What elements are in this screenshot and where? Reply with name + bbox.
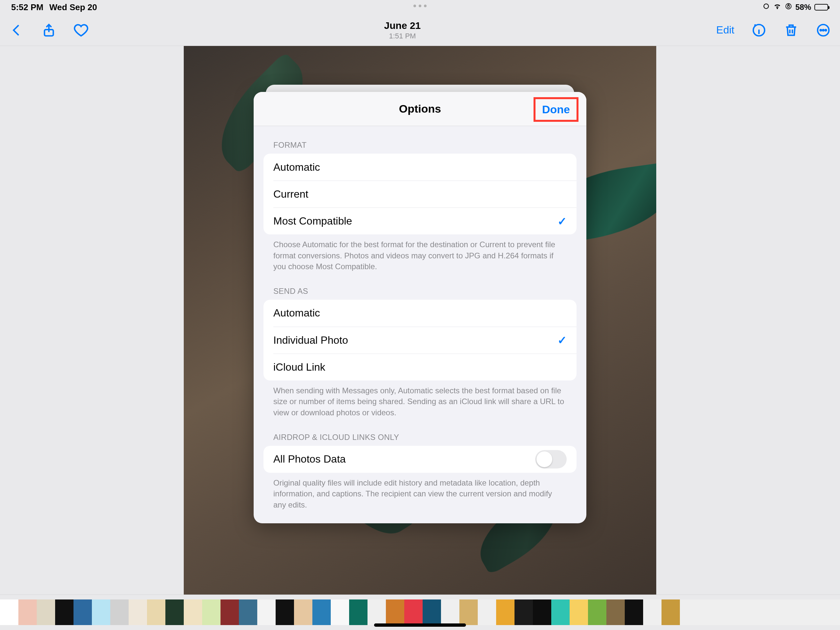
- airdrop-footnote: Original quality files will include edit…: [273, 477, 567, 511]
- format-row-current[interactable]: Current: [273, 180, 576, 207]
- thumbnail[interactable]: [257, 600, 276, 625]
- row-label: Individual Photo: [273, 334, 348, 347]
- do-not-disturb-icon: [763, 3, 770, 12]
- thumbnail[interactable]: [662, 600, 680, 625]
- thumbnail[interactable]: [331, 600, 349, 625]
- thumbnail[interactable]: [753, 600, 772, 625]
- favorite-button[interactable]: [74, 23, 88, 38]
- photo-time: 1:51 PM: [384, 32, 421, 40]
- thumbnail[interactable]: [92, 600, 110, 625]
- multitask-dots[interactable]: [414, 5, 426, 7]
- thumbnail[interactable]: [717, 600, 735, 625]
- thumbnail[interactable]: [0, 600, 18, 625]
- thumbnail[interactable]: [202, 600, 221, 625]
- section-header-airdrop: AIRDROP & ICLOUD LINKS ONLY: [273, 433, 576, 442]
- thumbnail[interactable]: [551, 600, 570, 625]
- thumbnail[interactable]: [313, 600, 331, 625]
- thumbnail[interactable]: [55, 600, 74, 625]
- checkmark-icon: ✓: [557, 215, 567, 228]
- airdrop-group: All Photos Data: [264, 446, 576, 473]
- status-date: Wed Sep 20: [49, 2, 97, 13]
- thumbnail[interactable]: [74, 600, 92, 625]
- thumbnail[interactable]: [625, 600, 643, 625]
- status-bar: 5:52 PM Wed Sep 20 58%: [0, 0, 840, 14]
- svg-point-8: [825, 30, 827, 31]
- thumbnail[interactable]: [790, 600, 808, 625]
- thumbnail[interactable]: [110, 600, 129, 625]
- photo-nav-bar: June 21 1:51 PM Edit: [0, 14, 840, 46]
- row-label: iCloud Link: [273, 361, 325, 373]
- edit-button[interactable]: Edit: [716, 24, 734, 36]
- home-indicator[interactable]: [374, 624, 466, 627]
- share-options-modal: Options Done FORMAT Automatic Current Mo…: [254, 92, 586, 523]
- thumbnail[interactable]: [643, 600, 662, 625]
- svg-rect-2: [788, 6, 789, 8]
- row-label: Automatic: [273, 307, 320, 319]
- format-row-most-compatible[interactable]: Most Compatible ✓: [273, 207, 576, 234]
- more-button[interactable]: [816, 23, 831, 38]
- modal-header: Options Done: [254, 92, 586, 126]
- checkmark-icon: ✓: [557, 334, 567, 347]
- send-as-footnote: When sending with Messages only, Automat…: [273, 385, 567, 418]
- thumbnail[interactable]: [294, 600, 313, 625]
- thumbnail[interactable]: [735, 600, 753, 625]
- thumbnail[interactable]: [515, 600, 533, 625]
- row-label: Current: [273, 188, 308, 200]
- thumbnail[interactable]: [239, 600, 257, 625]
- thumbnail[interactable]: [349, 600, 368, 625]
- thumbnail[interactable]: [276, 600, 294, 625]
- thumbnail[interactable]: [18, 600, 37, 625]
- modal-title: Options: [399, 103, 441, 115]
- sendas-row-automatic[interactable]: Automatic: [264, 300, 576, 327]
- row-label: Most Compatible: [273, 215, 352, 227]
- format-footnote: Choose Automatic for the best format for…: [273, 239, 567, 272]
- done-highlight-box: Done: [534, 97, 578, 122]
- thumbnail[interactable]: [423, 600, 441, 625]
- thumbnail[interactable]: [496, 600, 515, 625]
- thumbnail[interactable]: [570, 600, 588, 625]
- section-header-format: FORMAT: [273, 141, 576, 150]
- thumbnail[interactable]: [588, 600, 606, 625]
- wifi-icon: [773, 2, 782, 13]
- battery-percentage: 58%: [795, 3, 811, 12]
- thumbnail[interactable]: [827, 600, 840, 625]
- thumbnail[interactable]: [404, 600, 423, 625]
- airdrop-row-all-photos-data[interactable]: All Photos Data: [264, 446, 576, 473]
- thumbnail[interactable]: [147, 600, 165, 625]
- photo-date-header: June 21 1:51 PM: [384, 20, 421, 40]
- thumbnail[interactable]: [386, 600, 404, 625]
- info-button[interactable]: [752, 23, 766, 38]
- thumbnail[interactable]: [441, 600, 459, 625]
- format-row-automatic[interactable]: Automatic: [264, 154, 576, 180]
- thumbnail[interactable]: [368, 600, 386, 625]
- status-time: 5:52 PM: [11, 2, 43, 13]
- photo-date: June 21: [384, 20, 421, 31]
- format-group: Automatic Current Most Compatible ✓: [264, 154, 576, 234]
- thumbnail[interactable]: [37, 600, 55, 625]
- done-button[interactable]: Done: [542, 103, 570, 116]
- sendas-row-individual-photo[interactable]: Individual Photo ✓: [273, 327, 576, 354]
- thumbnail[interactable]: [680, 600, 698, 625]
- back-button[interactable]: [9, 23, 24, 38]
- thumbnail[interactable]: [808, 600, 827, 625]
- battery-icon: [815, 4, 828, 11]
- thumbnail[interactable]: [184, 600, 202, 625]
- share-button[interactable]: [41, 23, 57, 38]
- thumbnail[interactable]: [459, 600, 478, 625]
- trash-button[interactable]: [783, 23, 799, 38]
- thumbnail[interactable]: [698, 600, 717, 625]
- svg-point-6: [820, 30, 821, 31]
- thumbnail[interactable]: [129, 600, 147, 625]
- row-label: Automatic: [273, 161, 320, 173]
- svg-point-7: [823, 30, 824, 31]
- section-header-send-as: SEND AS: [273, 287, 576, 296]
- thumbnail[interactable]: [533, 600, 551, 625]
- all-photos-data-toggle[interactable]: [535, 450, 567, 469]
- thumbnail[interactable]: [165, 600, 184, 625]
- thumbnail[interactable]: [221, 600, 239, 625]
- thumbnail[interactable]: [478, 600, 496, 625]
- thumbnail[interactable]: [772, 600, 790, 625]
- sendas-row-icloud-link[interactable]: iCloud Link: [273, 354, 576, 380]
- thumbnail[interactable]: [606, 600, 625, 625]
- send-as-group: Automatic Individual Photo ✓ iCloud Link: [264, 300, 576, 380]
